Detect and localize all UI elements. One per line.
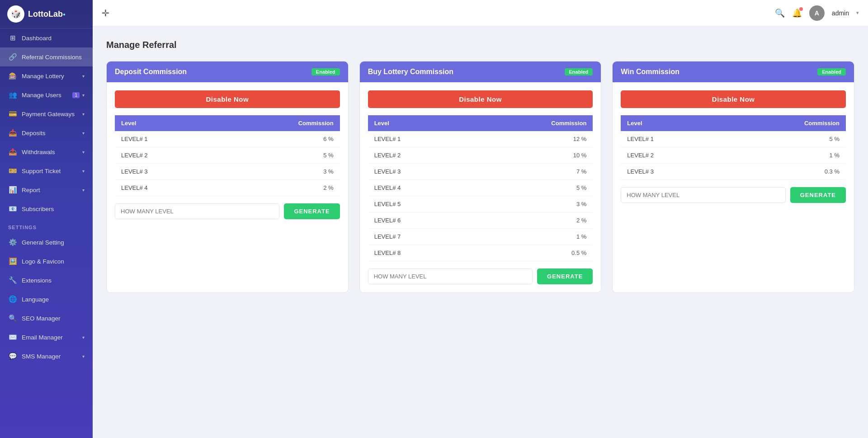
logo-icon: 🎲 <box>7 5 24 23</box>
hamburger-icon[interactable]: ✛ <box>102 8 109 19</box>
settings-chevron-sms-manager: ▾ <box>82 354 85 359</box>
level-label: LEVEL# 1 <box>621 131 722 147</box>
sidebar-item-payment-gateways[interactable]: 💳 Payment Gateways ▾ <box>0 104 93 123</box>
level-label: LEVEL# 1 <box>115 131 216 147</box>
settings-icon-email-manager: ✉️ <box>8 333 17 341</box>
sidebar-item-manage-users[interactable]: 👥 Manage Users 1 ▾ <box>0 85 93 104</box>
level-row: LEVEL# 1 6 % <box>115 131 340 147</box>
avatar[interactable]: A <box>809 5 825 21</box>
level-value: 5 % <box>469 180 593 196</box>
settings-section-header: SETTINGS <box>0 218 93 233</box>
card-title-buy-lottery-commission: Buy Lottery Commission <box>368 68 453 76</box>
nav-chevron-manage-users: ▾ <box>82 93 85 98</box>
level-value: 0.5 % <box>469 245 593 261</box>
level-input-win-commission[interactable] <box>621 187 785 203</box>
level-label: LEVEL# 4 <box>115 180 216 196</box>
nav-label-report: Report <box>22 187 82 193</box>
level-row: LEVEL# 2 10 % <box>368 147 593 164</box>
level-value: 12 % <box>469 131 593 147</box>
sidebar-item-support-ticket[interactable]: 🎫 Support Ticket ▾ <box>0 161 93 180</box>
nav-label-deposits: Deposits <box>22 130 82 137</box>
level-row: LEVEL# 3 3 % <box>115 164 340 180</box>
generate-button-deposit-commission[interactable]: GENERATE <box>284 203 340 219</box>
level-row: LEVEL# 6 2 % <box>368 212 593 229</box>
level-value: 2 % <box>469 212 593 229</box>
level-label: LEVEL# 3 <box>368 164 469 180</box>
settings-item-seo-manager[interactable]: 🔍 SEO Manager <box>0 309 93 328</box>
level-value: 1 % <box>722 147 846 164</box>
level-label: LEVEL# 1 <box>368 131 469 147</box>
disable-button-deposit-commission[interactable]: Disable Now <box>115 90 340 108</box>
nav-icon-report: 📊 <box>8 186 17 194</box>
settings-item-language[interactable]: 🌐 Language <box>0 290 93 309</box>
nav-chevron-withdrawals: ▾ <box>82 150 85 155</box>
level-value: 7 % <box>469 164 593 180</box>
level-row: LEVEL# 8 0.5 % <box>368 245 593 261</box>
settings-item-extensions[interactable]: 🔧 Extensions <box>0 271 93 290</box>
card-header-win-commission: Win Commission Enabled <box>613 61 854 82</box>
topbar-right: 🔍 🔔 A admin ▾ <box>775 5 859 21</box>
notification-dot <box>799 7 803 11</box>
settings-label-sms-manager: SMS Manager <box>22 353 82 360</box>
card-body-win-commission: Disable Now Level Commission LEVEL# 1 5 … <box>613 82 854 211</box>
settings-item-sms-manager[interactable]: 💬 SMS Manager ▾ <box>0 347 93 366</box>
generate-button-win-commission[interactable]: GENERATE <box>790 187 846 203</box>
settings-item-general-setting[interactable]: ⚙️ General Setting <box>0 233 93 252</box>
level-row: LEVEL# 3 7 % <box>368 164 593 180</box>
nav-badge-manage-users: 1 <box>72 92 80 98</box>
disable-button-win-commission[interactable]: Disable Now <box>621 90 846 108</box>
main-wrapper: ✛ 🔍 🔔 A admin ▾ Manage Referral Deposit … <box>93 0 868 438</box>
col-commission-deposit-commission: Commission <box>216 115 340 131</box>
card-buy-lottery-commission: Buy Lottery Commission Enabled Disable N… <box>359 61 602 293</box>
commission-table-win-commission: Level Commission LEVEL# 1 5 % LEVEL# 2 1… <box>621 115 846 180</box>
card-header-buy-lottery-commission: Buy Lottery Commission Enabled <box>360 61 601 82</box>
level-value: 5 % <box>722 131 846 147</box>
sidebar-item-report[interactable]: 📊 Report ▾ <box>0 180 93 199</box>
generate-row-win-commission: GENERATE <box>621 187 846 203</box>
search-icon[interactable]: 🔍 <box>775 8 785 18</box>
col-level-buy-lottery-commission: Level <box>368 115 469 131</box>
nav-label-withdrawals: Withdrawals <box>22 149 82 155</box>
enabled-badge-deposit-commission: Enabled <box>311 68 340 75</box>
col-level-win-commission: Level <box>621 115 722 131</box>
level-value: 2 % <box>216 180 340 196</box>
nav-icon-manage-lottery: 🎰 <box>8 72 17 80</box>
sidebar-item-subscribers[interactable]: 📧 Subscribers <box>0 199 93 218</box>
logo-dot: ● <box>63 12 66 17</box>
sidebar-item-withdrawals[interactable]: 📤 Withdrawals ▾ <box>0 142 93 161</box>
level-row: LEVEL# 1 5 % <box>621 131 846 147</box>
topbar: ✛ 🔍 🔔 A admin ▾ <box>93 0 868 26</box>
level-row: LEVEL# 4 5 % <box>368 180 593 196</box>
settings-item-email-manager[interactable]: ✉️ Email Manager ▾ <box>0 328 93 347</box>
level-input-deposit-commission[interactable] <box>115 203 279 219</box>
disable-button-buy-lottery-commission[interactable]: Disable Now <box>368 90 593 108</box>
admin-chevron-icon[interactable]: ▾ <box>856 10 859 16</box>
sidebar-item-dashboard[interactable]: ⊞ Dashboard <box>0 28 93 47</box>
settings-icon-general-setting: ⚙️ <box>8 238 17 246</box>
sidebar-item-referral-commissions[interactable]: 🔗 Referral Commissions <box>0 47 93 66</box>
settings-label-extensions: Extensions <box>22 277 85 284</box>
generate-row-deposit-commission: GENERATE <box>115 203 340 219</box>
level-label: LEVEL# 3 <box>115 164 216 180</box>
level-row: LEVEL# 2 5 % <box>115 147 340 164</box>
settings-item-logo-favicon[interactable]: 🖼️ Logo & Favicon <box>0 252 93 271</box>
level-value: 10 % <box>469 147 593 164</box>
nav-icon-subscribers: 📧 <box>8 205 17 213</box>
nav-icon-payment-gateways: 💳 <box>8 110 17 118</box>
col-commission-buy-lottery-commission: Commission <box>469 115 593 131</box>
nav-label-manage-lottery: Manage Lottery <box>22 73 82 80</box>
level-row: LEVEL# 7 1 % <box>368 229 593 245</box>
nav-chevron-manage-lottery: ▾ <box>82 74 85 79</box>
logo-container: 🎲 LottoLab ● <box>0 0 93 28</box>
generate-button-buy-lottery-commission[interactable]: GENERATE <box>537 268 593 284</box>
sidebar-item-deposits[interactable]: 📥 Deposits ▾ <box>0 123 93 142</box>
sidebar-item-manage-lottery[interactable]: 🎰 Manage Lottery ▾ <box>0 66 93 85</box>
main-content: Manage Referral Deposit Commission Enabl… <box>93 26 868 438</box>
level-value: 0.3 % <box>722 164 846 180</box>
level-value: 3 % <box>216 164 340 180</box>
page-title: Manage Referral <box>106 40 854 50</box>
nav-label-dashboard: Dashboard <box>22 35 85 42</box>
level-input-buy-lottery-commission[interactable] <box>368 268 533 284</box>
nav-label-manage-users: Manage Users <box>22 92 72 99</box>
col-commission-win-commission: Commission <box>722 115 846 131</box>
